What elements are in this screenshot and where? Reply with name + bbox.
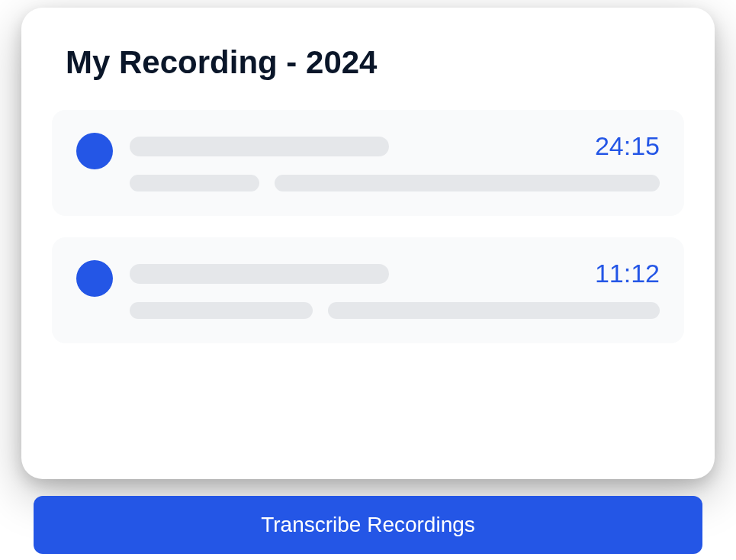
recording-item[interactable]: 24:15 bbox=[52, 110, 684, 216]
recording-detail-row bbox=[130, 175, 660, 191]
recording-detail-placeholder bbox=[328, 302, 660, 319]
recordings-card: My Recording - 2024 24:15 11:12 bbox=[21, 8, 715, 479]
recording-duration: 11:12 bbox=[595, 259, 660, 288]
recording-detail-row bbox=[130, 302, 660, 319]
recording-content: 11:12 bbox=[130, 259, 660, 319]
app-container: My Recording - 2024 24:15 11:12 bbox=[0, 8, 736, 560]
recording-title-placeholder bbox=[130, 137, 389, 156]
recording-detail-placeholder bbox=[130, 175, 259, 191]
recording-duration: 24:15 bbox=[595, 131, 660, 161]
recording-detail-placeholder bbox=[275, 175, 660, 191]
recording-header-row: 24:15 bbox=[130, 131, 660, 161]
page-title: My Recording - 2024 bbox=[52, 44, 684, 81]
recording-header-row: 11:12 bbox=[130, 259, 660, 288]
recording-content: 24:15 bbox=[130, 131, 660, 191]
recording-title-placeholder bbox=[130, 264, 389, 284]
recording-item[interactable]: 11:12 bbox=[52, 237, 684, 343]
recording-status-icon bbox=[76, 260, 113, 297]
recording-status-icon bbox=[76, 133, 113, 169]
transcribe-button[interactable]: Transcribe Recordings bbox=[34, 496, 702, 554]
recording-detail-placeholder bbox=[130, 302, 313, 319]
